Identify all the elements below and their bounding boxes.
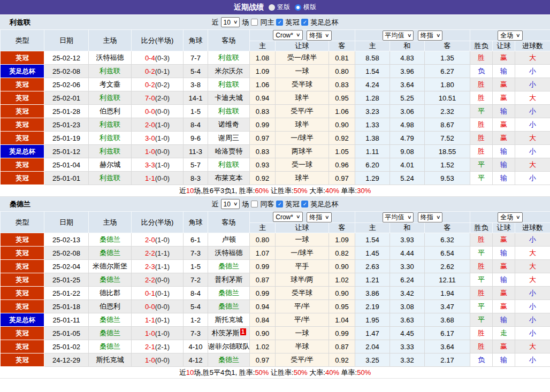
away-team[interactable]: 利兹联 [208, 158, 250, 172]
home-team[interactable]: 利兹联 [89, 118, 132, 132]
away-team[interactable]: 利兹联 [208, 51, 250, 65]
home-team[interactable]: 桑德兰 [89, 273, 132, 287]
match-score[interactable]: 0-2(0-2) [132, 78, 184, 91]
match-score[interactable]: 3-0(1-0) [132, 132, 184, 145]
col-corner: 角球 [184, 212, 208, 233]
home-team[interactable]: 米德尔斯堡 [89, 260, 132, 273]
col-winloss: 胜负 [470, 223, 493, 233]
away-team[interactable]: 朴茨茅斯1 [208, 327, 250, 340]
away-team[interactable]: 桑德兰 [208, 260, 250, 273]
away-team[interactable]: 卢顿 [208, 233, 250, 247]
home-team[interactable]: 桑德兰 [89, 247, 132, 260]
away-team[interactable]: 布莱克本 [208, 172, 250, 185]
corner-count: 3-8 [184, 78, 208, 91]
away-team[interactable]: 谢菲尔德联队 [208, 340, 250, 353]
home-team[interactable]: 利兹联 [89, 172, 132, 185]
match-count-select[interactable]: 10∨ [221, 199, 240, 209]
horizontal-layout-radio[interactable]: 横版 [295, 3, 316, 12]
handicap-away-odds: 1.02 [329, 273, 355, 287]
match-score[interactable]: 7-0(2-0) [132, 91, 184, 105]
away-team[interactable]: 斯托克城 [208, 313, 250, 327]
competition-badge: 英冠 [1, 105, 44, 118]
home-team[interactable]: 利兹联 [89, 132, 132, 145]
handicap-line: 一/球半 [276, 132, 329, 145]
average-select[interactable]: 平均值∨ [383, 30, 414, 41]
final-index-select[interactable]: 终指∨ [307, 212, 332, 222]
match-score[interactable]: 1-1(0-0) [132, 172, 184, 185]
handicap-home-odds: 0.94 [250, 91, 276, 105]
final-index-select[interactable]: 终指∨ [307, 30, 332, 41]
match-score[interactable]: 0-0(0-0) [132, 105, 184, 118]
match-score[interactable]: 2-0(1-0) [132, 118, 184, 132]
home-team[interactable]: 桑德兰 [89, 327, 132, 340]
vertical-layout-radio[interactable]: 竖版 [269, 3, 290, 12]
bookmaker-select[interactable]: Crow*∨ [273, 212, 302, 222]
bookmaker-select[interactable]: Crow*∨ [273, 30, 302, 40]
final-index-select-2[interactable]: 终指∨ [418, 30, 443, 41]
avg-away-odds: 2.32 [425, 105, 470, 118]
match-score[interactable]: 3-3(1-0) [132, 158, 184, 172]
match-score[interactable]: 1-1(0-1) [132, 313, 184, 327]
average-select[interactable]: 平均值∨ [383, 212, 414, 222]
home-team[interactable]: 利兹联 [89, 91, 132, 105]
away-team[interactable]: 桑德兰 [208, 287, 250, 300]
home-team[interactable]: 桑德兰 [89, 313, 132, 327]
match-score[interactable]: 2-3(1-1) [132, 260, 184, 273]
match-score[interactable]: 2-0(1-0) [132, 233, 184, 247]
home-team[interactable]: 桑德兰 [89, 340, 132, 353]
competition-badge: 英足总杯 [1, 313, 44, 327]
competition-badge: 英冠 [1, 51, 44, 65]
scope-select[interactable]: 全场∨ [498, 30, 523, 41]
away-team[interactable]: 利兹联 [208, 78, 250, 91]
summary-stat-label: 大率: [308, 368, 325, 378]
chevron-down-icon: ∨ [516, 33, 521, 38]
home-team[interactable]: 沃特福德 [89, 51, 132, 65]
match-score[interactable]: 2-2(1-1) [132, 247, 184, 260]
home-team[interactable]: 桑德兰 [89, 233, 132, 247]
col-avg-draw: 和 [390, 41, 425, 51]
match-score[interactable]: 0-4(0-3) [132, 51, 184, 65]
away-team[interactable]: 桑德兰 [208, 300, 250, 313]
away-team[interactable]: 诺维奇 [208, 118, 250, 132]
match-score[interactable]: 2-2(0-0) [132, 273, 184, 287]
match-count-select[interactable]: 10∨ [221, 17, 240, 27]
away-team[interactable]: 谢周三 [208, 132, 250, 145]
avg-draw-odds: 3.96 [390, 65, 425, 78]
home-team[interactable]: 斯托克城 [89, 353, 132, 367]
league-checkbox[interactable]: ✓ [276, 19, 283, 26]
home-team[interactable]: 考文垂 [89, 78, 132, 91]
away-team[interactable]: 利兹联 [208, 105, 250, 118]
home-team[interactable]: 赫尔城 [89, 158, 132, 172]
final-index-select-2[interactable]: 终指∨ [418, 212, 443, 222]
league-checkbox[interactable]: ✓ [276, 201, 283, 207]
same-venue-checkbox[interactable] [251, 19, 258, 26]
home-team[interactable]: 利兹联 [89, 65, 132, 78]
cup-checkbox[interactable]: ✓ [301, 19, 308, 26]
handicap-home-odds: 0.80 [250, 233, 276, 247]
result-goals: 小 [515, 172, 550, 185]
match-score[interactable]: 1-0(0-0) [132, 145, 184, 158]
away-team[interactable]: 米尔沃尔 [208, 65, 250, 78]
match-score[interactable]: 0-0(0-0) [132, 300, 184, 313]
match-score[interactable]: 0-1(0-1) [132, 287, 184, 300]
home-team[interactable]: 德比郡 [89, 287, 132, 300]
scope-select[interactable]: 全场∨ [498, 212, 523, 222]
match-score[interactable]: 1-0(0-0) [132, 353, 184, 367]
away-team[interactable]: 普利茅斯 [208, 273, 250, 287]
result-goals: 小 [515, 65, 550, 78]
same-venue-checkbox[interactable] [251, 201, 258, 207]
home-team[interactable]: 伯恩利 [89, 105, 132, 118]
avg-home-odds: 3.86 [355, 287, 390, 300]
match-score[interactable]: 1-0(1-0) [132, 327, 184, 340]
col-avg-home: 主 [355, 41, 390, 51]
cup-checkbox[interactable]: ✓ [301, 201, 308, 207]
away-team[interactable]: 沃特福德 [208, 247, 250, 260]
away-team[interactable]: 桑德兰 [208, 353, 250, 367]
match-score[interactable]: 2-1(2-1) [132, 340, 184, 353]
away-team[interactable]: 哈洛贾特 [208, 145, 250, 158]
match-score[interactable]: 0-2(0-1) [132, 65, 184, 78]
result-handicap: 输 [493, 353, 515, 367]
away-team[interactable]: 卡迪夫城 [208, 91, 250, 105]
home-team[interactable]: 伯恩利 [89, 300, 132, 313]
home-team[interactable]: 利兹联 [89, 145, 132, 158]
